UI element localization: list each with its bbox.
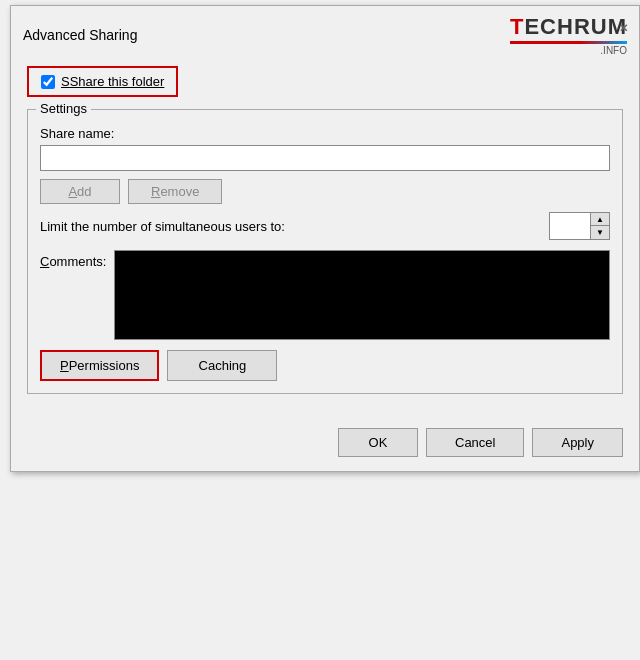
perm-caching-row: PPermissions Caching <box>40 350 610 381</box>
dialog-footer: OK Cancel Apply <box>11 420 639 471</box>
spinner-up-button[interactable]: ▲ <box>591 213 609 226</box>
add-remove-row: Add Remove <box>40 179 610 204</box>
spinner-down-button[interactable]: ▼ <box>591 226 609 239</box>
dialog-body: SShare this folder Settings Share name: … <box>11 60 639 420</box>
logo-info: .INFO <box>600 45 627 56</box>
cancel-button[interactable]: Cancel <box>426 428 524 457</box>
limit-row: Limit the number of simultaneous users t… <box>40 212 610 240</box>
logo-underline <box>510 41 627 44</box>
apply-button[interactable]: Apply <box>532 428 623 457</box>
advanced-sharing-dialog: Advanced Sharing TECHRUM ✕ .INFO SShare … <box>10 5 640 472</box>
cross-icon: ✕ <box>619 22 629 35</box>
permissions-button[interactable]: PPermissions <box>40 350 159 381</box>
spinner-buttons: ▲ ▼ <box>590 213 609 239</box>
add-button[interactable]: Add <box>40 179 120 204</box>
caching-button[interactable]: Caching <box>167 350 277 381</box>
share-name-label: Share name: <box>40 126 610 141</box>
comments-textarea[interactable] <box>114 250 610 340</box>
limit-label: Limit the number of simultaneous users t… <box>40 219 541 234</box>
comments-label: Comments: <box>40 250 106 340</box>
limit-spinner[interactable]: 20 ▲ ▼ <box>549 212 610 240</box>
limit-value-input[interactable]: 20 <box>550 213 590 239</box>
share-folder-checkbox[interactable] <box>41 75 55 89</box>
dialog-title: Advanced Sharing <box>23 27 137 43</box>
remove-button[interactable]: Remove <box>128 179 222 204</box>
share-name-input[interactable]: MyShareFiles <box>40 145 610 171</box>
title-bar: Advanced Sharing TECHRUM ✕ .INFO <box>11 6 639 60</box>
logo-area: TECHRUM ✕ .INFO <box>510 14 627 56</box>
share-folder-section[interactable]: SShare this folder <box>27 66 178 97</box>
share-folder-label: SShare this folder <box>61 74 164 89</box>
comments-row: Comments: <box>40 250 610 340</box>
settings-legend: Settings <box>36 101 91 116</box>
logo: TECHRUM ✕ <box>510 14 627 39</box>
ok-button[interactable]: OK <box>338 428 418 457</box>
settings-group: Settings Share name: MyShareFiles Add Re… <box>27 109 623 394</box>
